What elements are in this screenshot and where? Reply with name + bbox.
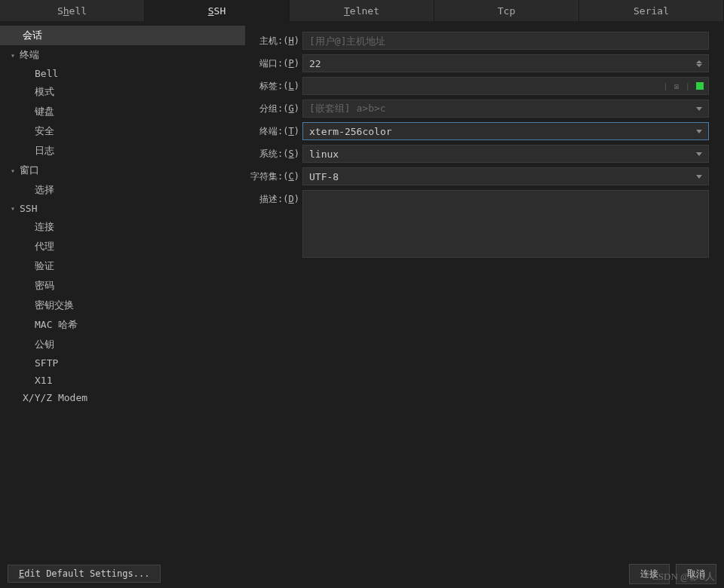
tree-item-proxy[interactable]: 代理: [0, 237, 245, 256]
port-value: 22: [309, 58, 321, 69]
tab-shell[interactable]: Shell: [0, 0, 145, 21]
session-form: 主机:(H) 端口:(P) 22 标签:(L) | ☒ | 分组: [245, 21, 724, 559]
tag-label: 标签:(L): [250, 80, 302, 93]
tree-item-selection[interactable]: 选择: [0, 180, 245, 200]
port-input[interactable]: 22: [302, 54, 709, 72]
tree-item-x11[interactable]: X11: [0, 372, 245, 389]
tree-item-security[interactable]: 安全: [0, 121, 245, 141]
separator-icon: |: [663, 81, 668, 91]
description-label: 描述:(D): [250, 190, 302, 206]
terminal-value: xterm-256color: [309, 126, 392, 137]
tree-item-session[interactable]: 会话: [0, 26, 245, 45]
settings-tree: 会话 ▾终端 Bell 模式 键盘 安全 日志 ▾窗口 选择 ▾SSH 连接 代…: [0, 21, 245, 559]
tab-telnet[interactable]: Telnet: [290, 0, 434, 21]
tab-ssh[interactable]: SSH: [145, 0, 290, 21]
tree-item-pubkey[interactable]: 公钥: [0, 335, 245, 354]
tree-label: 窗口: [20, 164, 39, 177]
tree-item-connection[interactable]: 连接: [0, 217, 245, 237]
chevron-down-icon: ▾: [11, 51, 20, 60]
tree-item-log[interactable]: 日志: [0, 141, 245, 161]
tree-item-auth[interactable]: 验证: [0, 256, 245, 276]
tree-item-mode[interactable]: 模式: [0, 82, 245, 102]
spinner-arrows-icon[interactable]: [696, 60, 702, 67]
chevron-down-icon: [696, 152, 702, 156]
chevron-down-icon: ▾: [11, 167, 20, 175]
system-select[interactable]: linux: [302, 145, 709, 163]
tree-label: SSH: [20, 203, 37, 214]
footer: Edit Default Settings... 连接 取消: [0, 559, 724, 588]
group-input[interactable]: [嵌套组] a>b>c: [302, 100, 709, 118]
tree-item-terminal[interactable]: ▾终端: [0, 45, 245, 65]
tag-clear-icon[interactable]: ☒: [674, 81, 680, 91]
chevron-down-icon: [696, 130, 702, 133]
tree-item-sftp[interactable]: SFTP: [0, 354, 245, 372]
terminal-select[interactable]: xterm-256color: [302, 122, 709, 140]
tree-item-bell[interactable]: Bell: [0, 65, 245, 82]
tag-color-icon[interactable]: [696, 82, 704, 90]
tree-item-window[interactable]: ▾窗口: [0, 161, 245, 180]
terminal-label: 终端:(T): [250, 125, 302, 138]
tab-tcp[interactable]: Tcp: [434, 0, 579, 21]
tree-item-xyzmodem[interactable]: X/Y/Z Modem: [0, 389, 245, 406]
separator-icon: |: [685, 81, 690, 91]
charset-label: 字符集:(C): [250, 170, 302, 183]
port-label: 端口:(P): [250, 57, 302, 70]
tree-item-password[interactable]: 密码: [0, 276, 245, 296]
chevron-down-icon: ▾: [11, 204, 20, 213]
tree-label: 终端: [20, 48, 39, 62]
connection-type-tabs: Shell SSH Telnet Tcp Serial: [0, 0, 724, 21]
host-label: 主机:(H): [250, 35, 302, 47]
host-input[interactable]: [302, 32, 709, 50]
charset-select[interactable]: UTF-8: [302, 167, 709, 185]
description-input[interactable]: [302, 190, 709, 258]
tree-item-kex[interactable]: 密钥交换: [0, 296, 245, 315]
system-value: linux: [309, 149, 339, 160]
tree-item-mac-hash[interactable]: MAC 哈希: [0, 315, 245, 335]
group-label: 分组:(G): [250, 103, 302, 115]
chevron-down-icon: [696, 175, 702, 179]
cancel-button[interactable]: 取消: [676, 564, 716, 584]
connect-button[interactable]: 连接: [629, 564, 670, 584]
tree-item-ssh[interactable]: ▾SSH: [0, 200, 245, 217]
tab-serial[interactable]: Serial: [579, 0, 724, 21]
system-label: 系统:(S): [250, 148, 302, 161]
edit-defaults-button[interactable]: Edit Default Settings...: [8, 565, 161, 583]
chevron-down-icon: [696, 107, 702, 111]
tree-item-keyboard[interactable]: 键盘: [0, 102, 245, 121]
charset-value: UTF-8: [309, 171, 339, 182]
group-placeholder: [嵌套组] a>b>c: [309, 102, 386, 115]
tag-input[interactable]: | ☒ |: [302, 77, 709, 95]
